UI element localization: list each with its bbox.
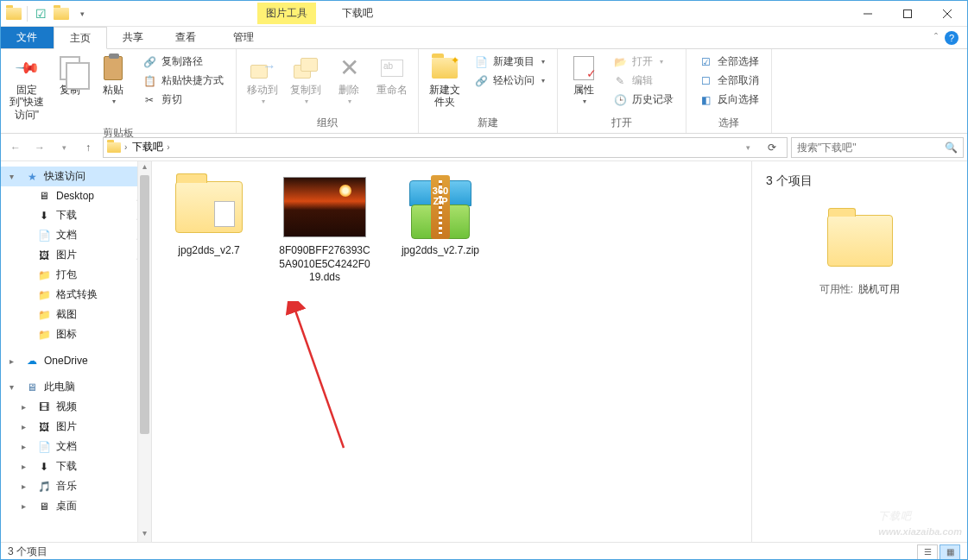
invert-selection-button[interactable]: ◧反向选择 bbox=[695, 91, 762, 109]
sidebar-item[interactable]: ⬇下载 bbox=[1, 205, 151, 225]
sidebar-item[interactable]: 📁图标 bbox=[1, 324, 151, 344]
select-none-button[interactable]: ☐全部取消 bbox=[695, 72, 762, 90]
file-item-folder[interactable]: jpg2dds_v2.7 bbox=[161, 173, 257, 258]
expand-icon[interactable]: ▸ bbox=[9, 356, 20, 366]
scrollbar-thumb[interactable] bbox=[140, 175, 149, 434]
sidebar-item[interactable]: ▸🎵音乐 bbox=[1, 476, 151, 496]
move-icon bbox=[250, 58, 275, 79]
search-input[interactable] bbox=[797, 142, 940, 154]
tab-home[interactable]: 主页 bbox=[54, 27, 107, 49]
pin-to-quick-access-button[interactable]: 📌 固定到"快速访问" bbox=[6, 51, 47, 124]
copy-path-button[interactable]: 🔗复制路径 bbox=[139, 53, 227, 71]
forward-button[interactable]: → bbox=[28, 136, 51, 159]
scroll-up-icon[interactable]: ▴ bbox=[138, 161, 151, 175]
paste-button[interactable]: 粘贴▾ bbox=[92, 51, 134, 110]
edit-button[interactable]: ✎编辑 bbox=[610, 72, 677, 90]
properties-button[interactable]: 属性▾ bbox=[563, 51, 604, 110]
cloud-icon: ☁ bbox=[25, 354, 39, 368]
sidebar-item[interactable]: ▸🖼图片 bbox=[1, 417, 151, 437]
folder-icon: 📁 bbox=[37, 288, 51, 302]
breadcrumb-segment[interactable]: 下载吧› bbox=[130, 140, 171, 154]
details-view-button[interactable]: ☰ bbox=[917, 544, 938, 560]
open-button[interactable]: 📂打开▾ bbox=[610, 53, 677, 71]
file-item-image[interactable]: 8F090BFF276393C5A9010E5C4242F019.dds bbox=[276, 173, 373, 285]
maximize-button[interactable] bbox=[888, 1, 927, 26]
sidebar-item[interactable]: 📁格式转换 bbox=[1, 285, 151, 305]
sidebar-item[interactable]: 📄文档 bbox=[1, 225, 151, 245]
group-new: 新建文件夹 📄新建项目▾ 🔗轻松访问▾ 新建 bbox=[419, 49, 558, 133]
group-select: ☑全部选择 ☐全部取消 ◧反向选择 选择 bbox=[686, 49, 772, 133]
group-clipboard: 📌 固定到"快速访问" 复制 粘贴▾ 🔗复制路径 📋粘贴快捷方式 ✂剪切 剪贴板 bbox=[1, 49, 237, 133]
tab-manage[interactable]: 管理 bbox=[218, 27, 270, 48]
copy-to-button[interactable]: 复制到▾ bbox=[285, 51, 326, 110]
expand-icon[interactable]: ▾ bbox=[9, 382, 20, 392]
svg-rect-1 bbox=[904, 9, 912, 17]
sidebar-item[interactable]: ▸🎞视频 bbox=[1, 397, 151, 417]
rename-button[interactable]: 重命名 bbox=[371, 51, 413, 99]
sidebar-onedrive[interactable]: ▸ ☁ OneDrive bbox=[1, 351, 151, 370]
delete-button[interactable]: ✕删除▾ bbox=[328, 51, 370, 110]
group-open: 属性▾ 📂打开▾ ✎编辑 🕒历史记录 打开 bbox=[558, 49, 686, 133]
sidebar-item-label: 格式转换 bbox=[56, 287, 98, 302]
copy-button[interactable]: 复制 bbox=[49, 51, 91, 99]
tab-share[interactable]: 共享 bbox=[107, 27, 160, 48]
file-item-zip[interactable]: 360ZIP jpg2dds_v2.7.zip bbox=[392, 173, 489, 258]
minimize-button[interactable] bbox=[848, 1, 888, 26]
close-button[interactable] bbox=[927, 1, 967, 26]
easy-access-label: 轻松访问 bbox=[493, 73, 535, 88]
new-item-icon: 📄 bbox=[474, 55, 488, 69]
copy-to-label: 复制到 bbox=[290, 84, 321, 96]
sidebar-item[interactable]: 📁截图 bbox=[1, 305, 151, 324]
new-item-button[interactable]: 📄新建项目▾ bbox=[471, 53, 548, 71]
ribbon-collapse[interactable]: ˆ ? bbox=[926, 27, 967, 48]
sidebar-item[interactable]: ▸🖥桌面 bbox=[1, 496, 151, 516]
select-all-button[interactable]: ☑全部选择 bbox=[695, 53, 762, 71]
sidebar-item[interactable]: 🖥Desktop bbox=[1, 186, 151, 205]
search-box[interactable]: 🔍 bbox=[791, 137, 964, 158]
sidebar-item[interactable]: 🖼图片 bbox=[1, 245, 151, 265]
scissors-icon: ✂ bbox=[142, 93, 156, 107]
up-button[interactable]: ↑ bbox=[77, 136, 99, 159]
new-folder-button[interactable]: 新建文件夹 bbox=[424, 51, 465, 112]
expand-icon[interactable]: ▾ bbox=[9, 172, 20, 181]
address-dropdown-icon[interactable]: ▾ bbox=[737, 136, 759, 159]
easy-access-button[interactable]: 🔗轻松访问▾ bbox=[471, 72, 548, 90]
address-box[interactable]: › 下载吧› ▾ ⟳ bbox=[103, 137, 788, 158]
back-button[interactable]: ← bbox=[4, 136, 27, 159]
download-icon: ⬇ bbox=[37, 209, 51, 223]
qat-dropdown-icon[interactable]: ▾ bbox=[73, 4, 92, 23]
sidebar-item[interactable]: 📁打包 bbox=[1, 265, 151, 285]
zip-icon: 360ZIP bbox=[406, 175, 475, 239]
sidebar-item[interactable]: ▸📄文档 bbox=[1, 437, 151, 456]
qat-properties-icon[interactable]: ☑ bbox=[31, 4, 50, 23]
move-to-button[interactable]: 移动到▾ bbox=[242, 51, 283, 110]
picture-icon: 🖼 bbox=[37, 420, 51, 434]
refresh-button[interactable]: ⟳ bbox=[761, 136, 783, 159]
sidebar-item[interactable]: ▸⬇下载 bbox=[1, 456, 151, 476]
tab-file[interactable]: 文件 bbox=[1, 27, 54, 48]
file-list[interactable]: jpg2dds_v2.7 8F090BFF276393C5A9010E5C424… bbox=[152, 161, 751, 542]
sidebar-quick-access[interactable]: ▾ ★ 快速访问 bbox=[1, 167, 151, 186]
qat-folder-icon[interactable] bbox=[4, 4, 23, 23]
status-bar: 3 个项目 ☰ ▦ bbox=[1, 542, 967, 560]
ribbon-tabs: 文件 主页 共享 查看 管理 ˆ ? bbox=[1, 27, 967, 49]
help-icon[interactable]: ? bbox=[945, 31, 959, 45]
sidebar-this-pc[interactable]: ▾ 🖥 此电脑 bbox=[1, 377, 151, 397]
paste-shortcut-label: 粘贴快捷方式 bbox=[161, 73, 224, 88]
qat-new-folder-icon[interactable] bbox=[52, 4, 71, 23]
icons-view-button[interactable]: ▦ bbox=[940, 544, 960, 560]
pin-label: 固定到"快速访问" bbox=[8, 84, 46, 121]
tab-view[interactable]: 查看 bbox=[160, 27, 212, 48]
cut-button[interactable]: ✂剪切 bbox=[139, 91, 227, 109]
sidebar-scrollbar[interactable]: ▴ ▾ bbox=[137, 161, 151, 542]
paste-shortcut-button[interactable]: 📋粘贴快捷方式 bbox=[139, 72, 227, 90]
desktop-icon: 🖥 bbox=[37, 500, 51, 513]
scroll-down-icon[interactable]: ▾ bbox=[138, 528, 151, 542]
group-new-label: 新建 bbox=[424, 114, 552, 133]
select-all-icon: ☑ bbox=[699, 55, 712, 69]
folder-icon bbox=[175, 181, 243, 233]
recent-dropdown[interactable]: ▾ bbox=[53, 136, 75, 159]
navigation-pane: ▾ ★ 快速访问 🖥Desktop⬇下载📄文档🖼图片📁打包📁格式转换📁截图📁图标… bbox=[1, 161, 152, 542]
history-button[interactable]: 🕒历史记录 bbox=[610, 91, 677, 109]
main-area: ▾ ★ 快速访问 🖥Desktop⬇下载📄文档🖼图片📁打包📁格式转换📁截图📁图标… bbox=[1, 161, 967, 542]
